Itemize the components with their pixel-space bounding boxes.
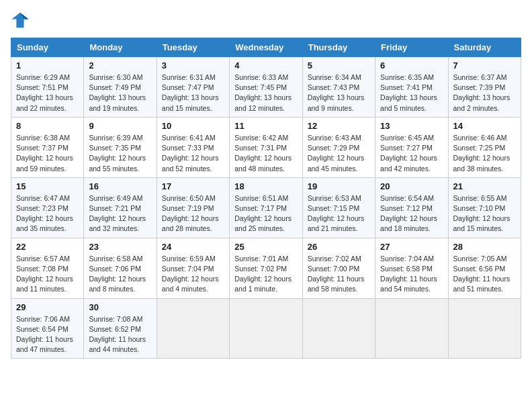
day-detail: Sunrise: 6:53 AM Sunset: 7:15 PM Dayligh… (308, 193, 370, 234)
day-detail: Sunrise: 6:55 AM Sunset: 7:10 PM Dayligh… (453, 193, 516, 234)
day-number: 24 (162, 242, 224, 252)
day-number: 14 (453, 121, 516, 131)
day-number: 15 (16, 181, 79, 191)
day-detail: Sunrise: 6:30 AM Sunset: 7:49 PM Dayligh… (89, 73, 151, 113)
day-detail: Sunrise: 7:02 AM Sunset: 7:00 PM Dayligh… (308, 254, 370, 295)
day-number: 11 (234, 121, 297, 131)
dow-header-thursday: Thursday (302, 38, 375, 57)
day-number: 1 (16, 60, 79, 71)
calendar-cell: 21Sunrise: 6:55 AM Sunset: 7:10 PM Dayli… (448, 177, 521, 238)
calendar-cell: 5Sunrise: 6:34 AM Sunset: 7:43 PM Daylig… (302, 57, 375, 118)
day-detail: Sunrise: 6:51 AM Sunset: 7:17 PM Dayligh… (234, 193, 297, 234)
calendar-cell (230, 298, 302, 359)
day-number: 9 (89, 121, 151, 131)
day-number: 12 (308, 121, 370, 131)
day-number: 2 (89, 60, 151, 71)
day-detail: Sunrise: 7:01 AM Sunset: 7:02 PM Dayligh… (234, 254, 297, 295)
day-number: 5 (308, 60, 370, 71)
calendar-cell: 15Sunrise: 6:47 AM Sunset: 7:23 PM Dayli… (11, 177, 84, 238)
day-detail: Sunrise: 6:43 AM Sunset: 7:29 PM Dayligh… (308, 133, 370, 174)
calendar-cell: 7Sunrise: 6:37 AM Sunset: 7:39 PM Daylig… (448, 57, 521, 118)
calendar-cell: 3Sunrise: 6:31 AM Sunset: 7:47 PM Daylig… (157, 57, 229, 118)
day-detail: Sunrise: 6:58 AM Sunset: 7:06 PM Dayligh… (89, 254, 151, 295)
day-number: 13 (380, 121, 443, 131)
logo-icon (11, 11, 30, 30)
day-number: 3 (162, 60, 224, 71)
day-detail: Sunrise: 6:38 AM Sunset: 7:37 PM Dayligh… (16, 133, 79, 174)
calendar-cell: 29Sunrise: 7:06 AM Sunset: 6:54 PM Dayli… (11, 298, 84, 359)
dow-header-friday: Friday (375, 38, 448, 57)
day-number: 8 (16, 121, 79, 131)
day-detail: Sunrise: 6:42 AM Sunset: 7:31 PM Dayligh… (234, 133, 297, 174)
page-header (11, 11, 521, 30)
calendar-cell: 4Sunrise: 6:33 AM Sunset: 7:45 PM Daylig… (230, 57, 302, 118)
calendar-cell: 12Sunrise: 6:43 AM Sunset: 7:29 PM Dayli… (302, 117, 375, 177)
day-detail: Sunrise: 6:39 AM Sunset: 7:35 PM Dayligh… (89, 133, 151, 174)
day-detail: Sunrise: 7:05 AM Sunset: 6:56 PM Dayligh… (453, 254, 516, 295)
calendar-cell: 1Sunrise: 6:29 AM Sunset: 7:51 PM Daylig… (11, 57, 84, 118)
day-number: 10 (162, 121, 224, 131)
dow-header-saturday: Saturday (448, 38, 521, 57)
calendar-cell: 23Sunrise: 6:58 AM Sunset: 7:06 PM Dayli… (84, 238, 157, 298)
day-detail: Sunrise: 7:04 AM Sunset: 6:58 PM Dayligh… (380, 254, 443, 295)
day-detail: Sunrise: 6:46 AM Sunset: 7:25 PM Dayligh… (453, 133, 516, 174)
logo (11, 11, 32, 30)
calendar-cell: 6Sunrise: 6:35 AM Sunset: 7:41 PM Daylig… (375, 57, 448, 118)
calendar-cell: 25Sunrise: 7:01 AM Sunset: 7:02 PM Dayli… (230, 238, 302, 298)
calendar-cell: 2Sunrise: 6:30 AM Sunset: 7:49 PM Daylig… (84, 57, 157, 118)
day-detail: Sunrise: 6:59 AM Sunset: 7:04 PM Dayligh… (162, 254, 224, 295)
dow-header-sunday: Sunday (11, 38, 84, 57)
day-detail: Sunrise: 6:31 AM Sunset: 7:47 PM Dayligh… (162, 73, 224, 113)
day-detail: Sunrise: 6:37 AM Sunset: 7:39 PM Dayligh… (453, 73, 516, 113)
day-detail: Sunrise: 6:33 AM Sunset: 7:45 PM Dayligh… (234, 73, 297, 113)
day-number: 26 (308, 242, 370, 252)
day-detail: Sunrise: 6:35 AM Sunset: 7:41 PM Dayligh… (380, 73, 443, 113)
day-detail: Sunrise: 6:49 AM Sunset: 7:21 PM Dayligh… (89, 193, 151, 234)
day-number: 30 (89, 302, 151, 312)
day-detail: Sunrise: 6:29 AM Sunset: 7:51 PM Dayligh… (16, 73, 79, 113)
calendar-cell: 20Sunrise: 6:54 AM Sunset: 7:12 PM Dayli… (375, 177, 448, 238)
calendar-table: SundayMondayTuesdayWednesdayThursdayFrid… (11, 38, 521, 359)
dow-header-tuesday: Tuesday (157, 38, 229, 57)
day-detail: Sunrise: 6:34 AM Sunset: 7:43 PM Dayligh… (308, 73, 370, 113)
calendar-cell: 19Sunrise: 6:53 AM Sunset: 7:15 PM Dayli… (302, 177, 375, 238)
calendar-cell: 8Sunrise: 6:38 AM Sunset: 7:37 PM Daylig… (11, 117, 84, 177)
day-detail: Sunrise: 6:47 AM Sunset: 7:23 PM Dayligh… (16, 193, 79, 234)
day-number: 4 (234, 60, 297, 71)
calendar-cell (302, 298, 375, 359)
day-number: 27 (380, 242, 443, 252)
day-detail: Sunrise: 6:50 AM Sunset: 7:19 PM Dayligh… (162, 193, 224, 234)
day-number: 6 (380, 60, 443, 71)
day-detail: Sunrise: 6:41 AM Sunset: 7:33 PM Dayligh… (162, 133, 224, 174)
calendar-cell: 30Sunrise: 7:08 AM Sunset: 6:52 PM Dayli… (84, 298, 157, 359)
dow-header-monday: Monday (84, 38, 157, 57)
day-number: 18 (234, 181, 297, 191)
calendar-cell (375, 298, 448, 359)
calendar-cell: 24Sunrise: 6:59 AM Sunset: 7:04 PM Dayli… (157, 238, 229, 298)
calendar-cell: 13Sunrise: 6:45 AM Sunset: 7:27 PM Dayli… (375, 117, 448, 177)
calendar-cell: 10Sunrise: 6:41 AM Sunset: 7:33 PM Dayli… (157, 117, 229, 177)
calendar-cell: 17Sunrise: 6:50 AM Sunset: 7:19 PM Dayli… (157, 177, 229, 238)
day-number: 16 (89, 181, 151, 191)
calendar-cell: 11Sunrise: 6:42 AM Sunset: 7:31 PM Dayli… (230, 117, 302, 177)
calendar-cell: 28Sunrise: 7:05 AM Sunset: 6:56 PM Dayli… (448, 238, 521, 298)
calendar-cell: 27Sunrise: 7:04 AM Sunset: 6:58 PM Dayli… (375, 238, 448, 298)
day-detail: Sunrise: 6:45 AM Sunset: 7:27 PM Dayligh… (380, 133, 443, 174)
day-number: 21 (453, 181, 516, 191)
day-detail: Sunrise: 6:57 AM Sunset: 7:08 PM Dayligh… (16, 254, 79, 295)
calendar-cell: 18Sunrise: 6:51 AM Sunset: 7:17 PM Dayli… (230, 177, 302, 238)
day-detail: Sunrise: 6:54 AM Sunset: 7:12 PM Dayligh… (380, 193, 443, 234)
calendar-cell (157, 298, 229, 359)
svg-marker-0 (11, 13, 28, 28)
calendar-cell: 22Sunrise: 6:57 AM Sunset: 7:08 PM Dayli… (11, 238, 84, 298)
calendar-cell: 26Sunrise: 7:02 AM Sunset: 7:00 PM Dayli… (302, 238, 375, 298)
day-number: 29 (16, 302, 79, 312)
day-number: 28 (453, 242, 516, 252)
day-number: 19 (308, 181, 370, 191)
day-number: 17 (162, 181, 224, 191)
dow-header-wednesday: Wednesday (230, 38, 302, 57)
day-number: 23 (89, 242, 151, 252)
calendar-cell: 16Sunrise: 6:49 AM Sunset: 7:21 PM Dayli… (84, 177, 157, 238)
day-number: 7 (453, 60, 516, 71)
day-number: 25 (234, 242, 297, 252)
